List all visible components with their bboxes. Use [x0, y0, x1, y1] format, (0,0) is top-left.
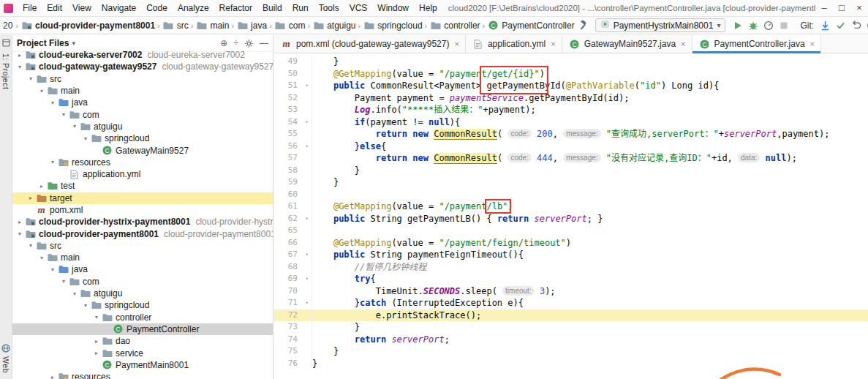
chevron-right-icon[interactable]: ▸ [48, 374, 57, 379]
tree-item-controller[interactable]: ▾controller [12, 312, 273, 323]
tab-close-icon[interactable]: × [681, 40, 685, 48]
code-line-69[interactable]: 69▾ try{ [274, 273, 868, 285]
tab-paymentcontroller-java[interactable]: CPaymentController.java× [692, 35, 822, 53]
code-line-58[interactable]: 58 } [274, 165, 868, 177]
code-line-60[interactable]: 60 [274, 189, 868, 201]
tree-item-com[interactable]: ▾com [12, 276, 273, 288]
code-line-76[interactable]: 76} [274, 358, 868, 370]
menu-vcs[interactable]: VCS [344, 0, 373, 16]
run-button[interactable] [730, 18, 745, 33]
chevron-right-icon[interactable]: ▸ [15, 52, 24, 59]
tab-gatewaymain9527-java[interactable]: CGatewayMain9527.java× [562, 35, 692, 53]
menu-help[interactable]: Help [414, 0, 442, 16]
project-view-selector[interactable]: Project Files [17, 38, 69, 48]
code-line-65[interactable]: 65 [274, 225, 868, 237]
tree-item-resources[interactable]: ▸resources [12, 371, 273, 379]
locate-icon[interactable]: ⊕ [220, 38, 227, 48]
code-line-72[interactable]: 72 e.printStackTrace(); [274, 309, 868, 322]
breadcrumb-springcloud[interactable]: springcloud [362, 20, 423, 31]
chevron-down-icon[interactable]: ▾ [59, 278, 68, 285]
tree-item-paymentmain8001[interactable]: CPaymentMain8001 [12, 359, 273, 371]
tree-item-application-yml[interactable]: application.yml [12, 168, 273, 180]
fold-marker-icon[interactable]: ▾ [302, 80, 312, 92]
code-line-71[interactable]: 71▾ }catch (InterruptedException e){ [274, 297, 868, 309]
run-configuration-select[interactable]: PaymentHystrixMain8001 ▾ [595, 18, 726, 32]
tree-item-cloud-provider-hystrix-payment8001[interactable]: ▸cloud-provider-hystrix-payment8001cloud… [12, 216, 273, 228]
chevron-down-icon[interactable]: ▾ [15, 64, 24, 70]
tab-application-yml[interactable]: application.yml× [466, 35, 562, 53]
fold-marker-icon[interactable]: ▾ [302, 116, 312, 129]
code-line-52[interactable]: 52 Payment payment = paymentService.getP… [274, 92, 868, 105]
tree-item-service[interactable]: ▸service [12, 347, 273, 359]
code-line-50[interactable]: 50 @GetMapping(value = "/payment/get/{id… [274, 68, 868, 80]
code-line-67[interactable]: 67▾ public String paymentFeignTimeout(){ [274, 249, 868, 261]
git-update-button[interactable] [818, 18, 833, 33]
breadcrumb-controller[interactable]: controller [429, 20, 480, 31]
tree-item-resources[interactable]: ▾resources [12, 157, 273, 168]
fold-marker-icon[interactable]: ▾ [302, 140, 312, 153]
tree-item-java[interactable]: ▾java [12, 263, 273, 275]
chevron-down-icon[interactable]: ▾ [70, 290, 79, 297]
chevron-right-icon[interactable]: ▸ [92, 350, 101, 356]
code-line-75[interactable]: 75 } [274, 345, 868, 358]
tree-item-com[interactable]: ▾com [12, 108, 273, 120]
code-line-70[interactable]: 70 TimeUnit.SECONDS.sleep( timeout: 3); [274, 285, 868, 298]
chevron-down-icon[interactable]: ▾ [37, 255, 46, 261]
tab-close-icon[interactable]: × [810, 40, 815, 48]
chevron-down-icon[interactable]: ▾ [59, 111, 68, 118]
tool-window-project-button[interactable]: 1: Project [1, 53, 10, 89]
chevron-down-icon[interactable]: ▾ [26, 75, 35, 82]
tree-item-src[interactable]: ▾src [12, 240, 273, 252]
menu-analyze[interactable]: Analyze [173, 0, 214, 16]
code-line-61[interactable]: 61 @GetMapping(value = "/payment/lb") [274, 200, 868, 213]
git-revert-button[interactable] [848, 18, 864, 33]
fold-marker-icon[interactable]: ▾ [302, 273, 312, 285]
fold-marker-icon[interactable]: ▾ [302, 297, 312, 309]
settings-icon[interactable] [244, 39, 254, 48]
maximize-button[interactable]: □ [833, 0, 850, 16]
breadcrumb-atguigu[interactable]: atguigu [312, 20, 356, 31]
tree-item-atguigu[interactable]: ▾atguigu [12, 288, 273, 299]
profiler-button[interactable] [761, 18, 776, 33]
tree-item-cloud-provider-payment8001[interactable]: ▾cloud-provider-payment8001cloud-provide… [12, 228, 273, 239]
close-button[interactable]: × [850, 0, 868, 16]
chevron-down-icon[interactable]: ▾ [48, 266, 57, 273]
menu-run[interactable]: Run [287, 0, 314, 16]
tree-item-pom-xml[interactable]: mpom.xml [12, 204, 273, 216]
code-line-54[interactable]: 54▾ if(payment != null){ [274, 116, 868, 129]
hide-icon[interactable]: — [260, 38, 268, 48]
menu-window[interactable]: Window [372, 0, 414, 16]
breadcrumb-main[interactable]: main [195, 20, 230, 31]
tree-item-main[interactable]: ▾main [12, 252, 273, 263]
chevron-down-icon[interactable]: ▾ [92, 314, 101, 320]
tool-window-web-button[interactable]: Web [1, 344, 10, 379]
menu-refactor[interactable]: Refactor [214, 0, 257, 16]
build-hammer-icon[interactable] [575, 18, 591, 33]
tree-item-java[interactable]: ▾java [12, 97, 273, 108]
chevron-down-icon[interactable]: ▾ [81, 302, 90, 309]
menu-code[interactable]: Code [141, 0, 173, 16]
code-line-53[interactable]: 53 Log.info("*****插入结果："+payment); [274, 104, 868, 116]
git-history-button[interactable] [864, 18, 868, 33]
chevron-down-icon[interactable]: ▾ [81, 135, 90, 142]
code-line-68[interactable]: 68 //暂停几秒钟线程 [274, 261, 868, 274]
collapse-icon[interactable]: ÷ [233, 38, 238, 48]
chevron-down-icon[interactable]: ▾ [37, 88, 46, 94]
chevron-right-icon[interactable]: ▸ [37, 183, 46, 190]
stop-button[interactable] [776, 18, 791, 33]
code-line-49[interactable]: 49 } [274, 56, 868, 68]
code-line-74[interactable]: 74 return serverPort; [274, 334, 868, 346]
chevron-down-icon[interactable]: ▾ [48, 100, 57, 106]
code-line-51[interactable]: 51▾ public CommonResult<Payment> getPaym… [274, 80, 868, 92]
tree-item-src[interactable]: ▾src [12, 73, 273, 85]
chevron-right-icon[interactable]: ▸ [15, 219, 24, 225]
minimize-button[interactable]: – [815, 0, 833, 16]
breadcrumb-src[interactable]: src [162, 20, 189, 31]
code-line-66[interactable]: 66 @GetMapping(value = "/payment/feign/t… [274, 237, 868, 249]
code-line-59[interactable]: 59 } [274, 176, 868, 189]
git-commit-button[interactable] [833, 18, 848, 33]
code-line-56[interactable]: 56▾ }else{ [274, 140, 868, 153]
menu-build[interactable]: Build [257, 0, 287, 16]
chevron-down-icon[interactable]: ▾ [70, 123, 79, 130]
tree-item-springcloud[interactable]: ▾springcloud [12, 132, 273, 144]
